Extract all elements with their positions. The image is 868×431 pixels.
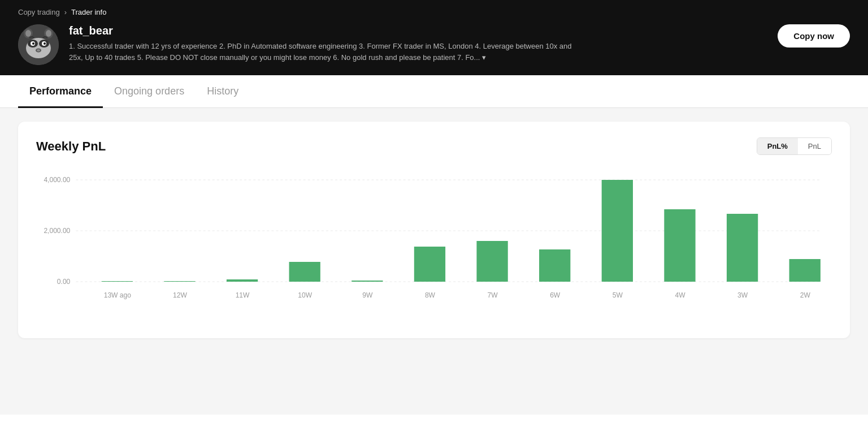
avatar-image xyxy=(18,24,59,65)
bar-3w xyxy=(727,214,758,282)
svg-text:2,000.00: 2,000.00 xyxy=(44,227,70,235)
copy-now-button[interactable]: Copy now xyxy=(778,24,850,48)
trader-description: 1. Successful trader with 12 yrs of expe… xyxy=(69,41,578,63)
svg-text:10W: 10W xyxy=(298,291,312,299)
svg-text:13W ago: 13W ago xyxy=(104,291,132,299)
chart-header: Weekly PnL PnL% PnL xyxy=(36,137,832,155)
svg-text:12W: 12W xyxy=(173,291,187,299)
chart-toggle: PnL% PnL xyxy=(757,137,832,155)
trader-info: fat_bear 1. Successful trader with 12 yr… xyxy=(69,24,578,63)
svg-point-6 xyxy=(32,42,34,45)
expand-description-icon[interactable]: ▾ xyxy=(482,53,486,62)
chart-svg: 4,000.00 2,000.00 0.00 xyxy=(36,169,832,327)
bar-6w xyxy=(539,249,570,282)
svg-text:0.00: 0.00 xyxy=(57,278,71,286)
chart-title: Weekly PnL xyxy=(36,139,106,154)
svg-point-13 xyxy=(46,30,51,37)
tab-history[interactable]: History xyxy=(196,75,250,108)
svg-text:2W: 2W xyxy=(800,291,811,299)
svg-point-9 xyxy=(37,49,40,51)
svg-text:6W: 6W xyxy=(550,291,561,299)
svg-text:4,000.00: 4,000.00 xyxy=(44,176,70,184)
bar-2w xyxy=(789,259,821,282)
breadcrumb-separator: › xyxy=(64,8,67,16)
bar-4w xyxy=(664,209,695,282)
bar-12w xyxy=(164,281,195,282)
bar-5w xyxy=(602,180,633,282)
avatar xyxy=(18,24,59,65)
bar-7w xyxy=(476,241,507,282)
main-content: Weekly PnL PnL% PnL 4,000.00 2,000.00 0.… xyxy=(0,108,868,415)
bar-13w xyxy=(102,281,133,282)
svg-text:5W: 5W xyxy=(613,291,623,299)
breadcrumb: Copy trading › Trader info xyxy=(18,8,850,16)
bar-11w xyxy=(227,279,258,282)
chart-area: 4,000.00 2,000.00 0.00 xyxy=(36,169,832,327)
bar-8w xyxy=(414,247,445,282)
tab-performance[interactable]: Performance xyxy=(18,75,103,108)
svg-text:7W: 7W xyxy=(488,291,498,299)
weekly-pnl-card: Weekly PnL PnL% PnL 4,000.00 2,000.00 0.… xyxy=(18,122,850,338)
trader-name: fat_bear xyxy=(69,24,578,37)
bar-9w xyxy=(351,281,383,282)
toggle-pnl-percent[interactable]: PnL% xyxy=(757,138,798,154)
svg-text:4W: 4W xyxy=(675,291,685,299)
toggle-pnl[interactable]: PnL xyxy=(798,138,831,154)
svg-point-12 xyxy=(25,30,31,37)
svg-text:11W: 11W xyxy=(236,291,250,299)
tab-ongoing-orders[interactable]: Ongoing orders xyxy=(103,75,196,108)
profile-row: fat_bear 1. Successful trader with 12 yr… xyxy=(18,24,850,65)
page-header: Copy trading › Trader info xyxy=(0,0,868,75)
nav-tabs: Performance Ongoing orders History xyxy=(0,75,868,108)
svg-text:9W: 9W xyxy=(362,291,373,299)
breadcrumb-parent[interactable]: Copy trading xyxy=(18,8,60,16)
svg-text:3W: 3W xyxy=(737,291,748,299)
svg-text:8W: 8W xyxy=(425,291,436,299)
profile-left: fat_bear 1. Successful trader with 12 yr… xyxy=(18,24,578,65)
bar-10w xyxy=(289,262,320,282)
svg-point-7 xyxy=(44,42,46,45)
breadcrumb-current: Trader info xyxy=(71,8,106,16)
